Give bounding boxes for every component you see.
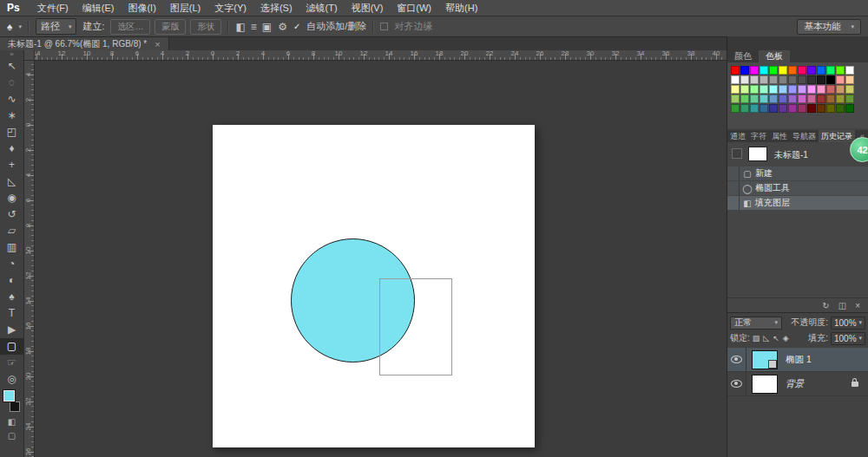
path-operations-icon[interactable]: ◧ bbox=[235, 21, 245, 33]
color-swatch[interactable] bbox=[788, 95, 797, 103]
color-swatch[interactable] bbox=[807, 85, 816, 94]
lock-position-icon[interactable]: ↖ bbox=[773, 334, 779, 343]
color-swatch[interactable] bbox=[760, 104, 768, 113]
menubar-item[interactable]: 窗口(W) bbox=[390, 0, 438, 16]
color-swatch[interactable] bbox=[731, 66, 740, 75]
color-swatch[interactable] bbox=[740, 85, 749, 94]
dodge-tool[interactable]: ◐ bbox=[0, 272, 23, 289]
color-swatch[interactable] bbox=[788, 66, 797, 75]
current-tool-icon[interactable]: ♠ bbox=[7, 21, 12, 33]
color-swatch[interactable] bbox=[836, 75, 845, 84]
color-swatch[interactable] bbox=[807, 75, 816, 84]
tool-preset-caret-icon[interactable]: ▾ bbox=[18, 23, 22, 30]
history-brush-source-well[interactable] bbox=[732, 148, 742, 159]
path-selection-tool[interactable]: ▶ bbox=[0, 322, 23, 338]
color-swatch[interactable] bbox=[731, 75, 740, 84]
shape-tool[interactable]: ▢ bbox=[0, 338, 23, 355]
color-swatch[interactable] bbox=[836, 95, 845, 103]
menubar-item[interactable]: 图像(I) bbox=[121, 0, 162, 16]
color-swatch[interactable] bbox=[845, 66, 854, 75]
panel-tab[interactable]: 字符 bbox=[748, 130, 769, 142]
crop-tool[interactable]: ◰ bbox=[0, 124, 23, 140]
layer-row[interactable]: 椭圆 1 bbox=[727, 348, 868, 372]
path-arrange-icon[interactable]: ▣ bbox=[262, 21, 272, 33]
panel-tab[interactable]: 颜色 bbox=[727, 50, 759, 62]
color-swatch[interactable] bbox=[807, 104, 816, 113]
panel-tab[interactable]: 色板 bbox=[759, 50, 790, 62]
color-swatch[interactable] bbox=[731, 95, 740, 103]
color-swatch[interactable] bbox=[788, 75, 797, 84]
color-swatch[interactable] bbox=[769, 66, 778, 75]
panel-tab[interactable]: 历史记录 bbox=[819, 130, 855, 142]
color-swatch[interactable] bbox=[817, 66, 825, 75]
gear-icon[interactable]: ⚙ bbox=[278, 21, 287, 33]
color-swatch[interactable] bbox=[845, 104, 854, 113]
color-swatch[interactable] bbox=[826, 75, 835, 84]
color-swatch[interactable] bbox=[798, 66, 806, 75]
gradient-tool[interactable]: ▥ bbox=[0, 239, 23, 256]
auto-add-remove-label[interactable]: 自动添加/删除 bbox=[306, 20, 366, 33]
color-swatch[interactable] bbox=[740, 75, 749, 84]
background-color-swatch[interactable] bbox=[10, 402, 20, 412]
color-swatch[interactable] bbox=[798, 104, 806, 113]
menubar-item[interactable]: 帮助(H) bbox=[438, 0, 484, 16]
lock-pixels-icon[interactable]: ◺ bbox=[763, 334, 769, 343]
history-state[interactable]: ◧填充图层 bbox=[727, 196, 868, 210]
color-swatch[interactable] bbox=[740, 95, 749, 103]
history-brush-well[interactable] bbox=[727, 166, 740, 180]
color-swatch[interactable] bbox=[750, 75, 759, 84]
color-swatch[interactable] bbox=[779, 75, 787, 84]
color-swatch[interactable] bbox=[826, 66, 835, 75]
type-tool[interactable]: T bbox=[0, 305, 23, 322]
quick-selection-tool[interactable]: ∗ bbox=[0, 108, 23, 124]
close-tab-icon[interactable]: × bbox=[155, 39, 160, 49]
layer-visibility-toggle[interactable] bbox=[727, 348, 746, 371]
canvas-area[interactable] bbox=[35, 61, 727, 457]
color-swatch[interactable] bbox=[836, 66, 845, 75]
color-swatch[interactable] bbox=[779, 85, 787, 94]
menubar-item[interactable]: 视图(V) bbox=[345, 0, 391, 16]
menubar-item[interactable]: 图层(L) bbox=[163, 0, 207, 16]
new-snapshot-icon[interactable]: ◫ bbox=[838, 301, 846, 310]
workspace-switcher-button[interactable]: 基本功能 ▾ bbox=[797, 19, 861, 35]
color-swatch[interactable] bbox=[798, 85, 806, 94]
healing-brush-tool[interactable]: + bbox=[0, 157, 23, 173]
color-swatch[interactable] bbox=[807, 66, 816, 75]
color-swatch[interactable] bbox=[731, 104, 740, 113]
color-swatch[interactable] bbox=[769, 85, 778, 94]
color-swatch[interactable] bbox=[798, 75, 806, 84]
color-swatch[interactable] bbox=[769, 95, 778, 103]
fill-input[interactable]: 100% ▾ bbox=[831, 332, 865, 345]
history-brush-tool[interactable]: ↺ bbox=[0, 206, 23, 223]
history-brush-well[interactable] bbox=[727, 196, 740, 210]
color-swatch[interactable] bbox=[817, 85, 825, 94]
brush-tool[interactable]: ◺ bbox=[0, 173, 23, 190]
clone-stamp-tool[interactable]: ◉ bbox=[0, 190, 23, 206]
layer-visibility-toggle[interactable] bbox=[727, 372, 746, 395]
menubar-item[interactable]: 文件(F) bbox=[30, 0, 76, 16]
lasso-tool[interactable]: ∿ bbox=[0, 91, 23, 108]
color-swatch[interactable] bbox=[731, 85, 740, 94]
panel-tab[interactable]: 属性 bbox=[769, 130, 790, 142]
rectangle-path-outline[interactable] bbox=[379, 278, 452, 375]
opacity-input[interactable]: 100% ▾ bbox=[831, 317, 865, 330]
color-swatch[interactable] bbox=[779, 104, 787, 113]
color-swatch[interactable] bbox=[750, 104, 759, 113]
color-swatch[interactable] bbox=[836, 104, 845, 113]
color-swatch[interactable] bbox=[826, 85, 835, 94]
make-shape-button[interactable]: 形状 bbox=[190, 19, 221, 35]
color-swatch[interactable] bbox=[826, 104, 835, 113]
blur-tool[interactable]: ◔ bbox=[0, 256, 23, 272]
color-swatch[interactable] bbox=[760, 75, 768, 84]
panel-tab[interactable]: 导航器 bbox=[790, 130, 819, 142]
color-swatch[interactable] bbox=[788, 104, 797, 113]
color-swatch[interactable] bbox=[750, 66, 759, 75]
eyedropper-tool[interactable]: ♦ bbox=[0, 140, 23, 157]
history-state[interactable]: ▢新建 bbox=[727, 166, 868, 180]
color-swatch[interactable] bbox=[817, 104, 825, 113]
screen-mode-button[interactable]: ▢ bbox=[0, 429, 23, 443]
color-swatch[interactable] bbox=[845, 75, 854, 84]
history-snapshot-row[interactable]: 未标题-1 bbox=[727, 146, 868, 163]
make-mask-button[interactable]: 蒙版 bbox=[155, 19, 186, 35]
quick-mask-button[interactable]: ◧ bbox=[0, 415, 23, 429]
